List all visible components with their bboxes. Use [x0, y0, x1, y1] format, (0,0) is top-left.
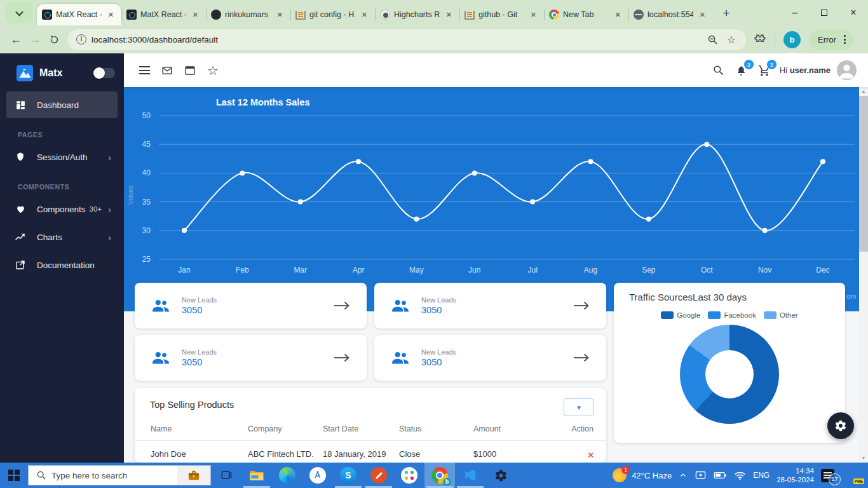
metric-card-new-leads-2[interactable]: New Leads 3050: [374, 283, 606, 329]
sidebar-item-documentation[interactable]: Documentation: [6, 252, 118, 278]
mail-button[interactable]: [156, 59, 179, 82]
reload-button[interactable]: [44, 30, 64, 49]
browser-profile-avatar[interactable]: b: [783, 31, 801, 48]
scroll-up-arrow[interactable]: ▲: [859, 87, 868, 96]
sidenav-toggle-button[interactable]: [133, 59, 156, 82]
arrow-right-icon[interactable]: [573, 301, 590, 310]
site-info-icon[interactable]: i: [76, 34, 86, 44]
sidebar-item-components[interactable]: Components 30+ ›: [6, 196, 118, 222]
browser-tab-new-tab[interactable]: New Tab ×: [544, 4, 628, 25]
cast-icon[interactable]: [695, 470, 707, 480]
desktop-screen: MatX React - × MatX React - × rinkukumar…: [0, 0, 868, 488]
wifi-icon[interactable]: [734, 471, 746, 480]
top-selling-products-card: Top Selling Products ▾ Name Company Star…: [135, 388, 606, 463]
forward-button[interactable]: →: [25, 30, 44, 49]
taskbar-skype[interactable]: S: [333, 463, 363, 488]
zoom-out-icon[interactable]: [707, 34, 718, 45]
language-indicator[interactable]: ENG: [753, 471, 770, 480]
back-button[interactable]: ←: [6, 30, 25, 49]
taskbar-weather[interactable]: 1 42°C Haze: [613, 468, 672, 482]
minimize-button[interactable]: –: [780, 0, 810, 25]
metric-card-new-leads-4[interactable]: New Leads 3050: [374, 335, 606, 381]
cell-name: John Doe: [151, 449, 248, 460]
tab-close-icon[interactable]: ×: [190, 10, 201, 20]
tab-close-icon[interactable]: ×: [444, 10, 454, 20]
tab-title: MatX React -: [56, 10, 102, 19]
browser-tab-git-config[interactable]: git config - H ×: [290, 4, 375, 25]
tab-close-icon[interactable]: ×: [359, 10, 370, 20]
legend-item-google[interactable]: Google: [661, 311, 700, 319]
arrow-right-icon[interactable]: [334, 301, 350, 310]
tab-close-icon[interactable]: ×: [275, 10, 285, 20]
col-header-name: Name: [151, 424, 248, 433]
tab-close-icon[interactable]: ×: [613, 10, 623, 20]
browser-tab-matx-1[interactable]: MatX React - ×: [37, 4, 121, 25]
copilot-button[interactable]: PRE: [846, 468, 862, 483]
notification-center-button[interactable]: 17: [821, 469, 834, 482]
browser-tab-localhost[interactable]: localhost:554 ×: [628, 4, 713, 25]
products-filter-dropdown[interactable]: ▾: [564, 398, 594, 416]
taskbar-clock[interactable]: 14:34 28-05-2024: [776, 466, 814, 484]
customizer-fab-button[interactable]: [827, 412, 854, 439]
kebab-menu-icon[interactable]: [841, 32, 848, 46]
sidebar-item-session-auth[interactable]: Session/Auth ›: [6, 144, 118, 170]
taskbar-settings[interactable]: [485, 463, 516, 488]
taskbar-slack[interactable]: [394, 463, 424, 488]
taskbar-edge[interactable]: [272, 463, 302, 488]
theme-toggle[interactable]: [95, 68, 115, 78]
traffic-donut[interactable]: [680, 325, 779, 424]
arrow-right-icon[interactable]: [573, 353, 590, 362]
browser-tab-github-profile[interactable]: rinkukumars ×: [206, 4, 290, 25]
extensions-icon[interactable]: [754, 33, 766, 46]
web-window-button[interactable]: [179, 59, 201, 82]
battery-icon[interactable]: [714, 471, 727, 480]
tab-close-icon[interactable]: ×: [528, 10, 539, 20]
tray-expand-button[interactable]: [679, 471, 688, 479]
vscode-icon: [463, 468, 477, 482]
task-view-button[interactable]: [211, 463, 241, 488]
arrow-right-icon[interactable]: [334, 353, 350, 362]
search-highlight-briefcase-icon[interactable]: [177, 466, 210, 485]
scroll-down-arrow[interactable]: ▼: [859, 454, 868, 463]
taskbar-search-box[interactable]: Type here to search: [28, 465, 211, 485]
url-text[interactable]: localhost:3000/dashboard/default: [92, 35, 707, 44]
scrollbar-thumb[interactable]: [859, 96, 868, 252]
tab-close-icon[interactable]: ×: [105, 10, 116, 20]
tab-close-icon[interactable]: ×: [697, 10, 708, 20]
close-button[interactable]: ×: [839, 0, 868, 25]
table-row[interactable]: John Doe ABC Fintech LTD. 18 January, 20…: [135, 449, 606, 460]
metric-card-new-leads-1[interactable]: New Leads 3050: [135, 283, 367, 329]
page-scrollbar[interactable]: ▲ ▼: [859, 87, 868, 463]
sidebar-item-charts[interactable]: Charts ›: [6, 224, 118, 250]
user-avatar[interactable]: [837, 60, 857, 80]
tab-search-button[interactable]: [5, 2, 33, 24]
favorites-button[interactable]: ☆: [201, 59, 224, 82]
browser-tab-highcharts[interactable]: Highcharts R ×: [375, 4, 459, 25]
taskbar-vscode[interactable]: [455, 463, 485, 488]
metric-card-new-leads-3[interactable]: New Leads 3050: [135, 335, 367, 381]
sales-line-chart[interactable]: 504540353025ValuesJanFebMarAprMayJunJulA…: [124, 87, 859, 311]
legend-item-facebook[interactable]: Facebook: [708, 311, 756, 319]
delete-row-icon[interactable]: ×: [588, 449, 593, 460]
gear-icon: [834, 419, 847, 432]
browser-tab-github-git[interactable]: github - Git ×: [459, 4, 544, 25]
notifications-button[interactable]: 3: [730, 59, 753, 82]
new-tab-button[interactable]: +: [717, 4, 736, 23]
cart-button[interactable]: 3: [753, 59, 776, 82]
taskbar-chrome-active[interactable]: b: [424, 463, 455, 488]
start-button[interactable]: [0, 463, 28, 488]
search-button[interactable]: [707, 59, 730, 82]
restore-button[interactable]: [810, 0, 839, 25]
address-bar[interactable]: i localhost:3000/dashboard/default ☆: [67, 29, 746, 50]
cart-count-badge: 3: [767, 60, 776, 69]
taskbar-pen-app[interactable]: [363, 463, 394, 488]
error-menu-button[interactable]: Error: [809, 29, 853, 50]
legend-item-other[interactable]: Other: [764, 311, 798, 319]
browser-tab-matx-2[interactable]: MatX React - ×: [121, 4, 206, 25]
legend-label: Google: [677, 311, 700, 319]
bookmark-star-icon[interactable]: ☆: [727, 34, 736, 46]
taskbar-file-explorer[interactable]: [241, 463, 272, 488]
sidebar-item-dashboard[interactable]: Dashboard: [6, 92, 118, 118]
svg-text:40: 40: [142, 168, 151, 177]
taskbar-dev-app[interactable]: [302, 463, 333, 488]
